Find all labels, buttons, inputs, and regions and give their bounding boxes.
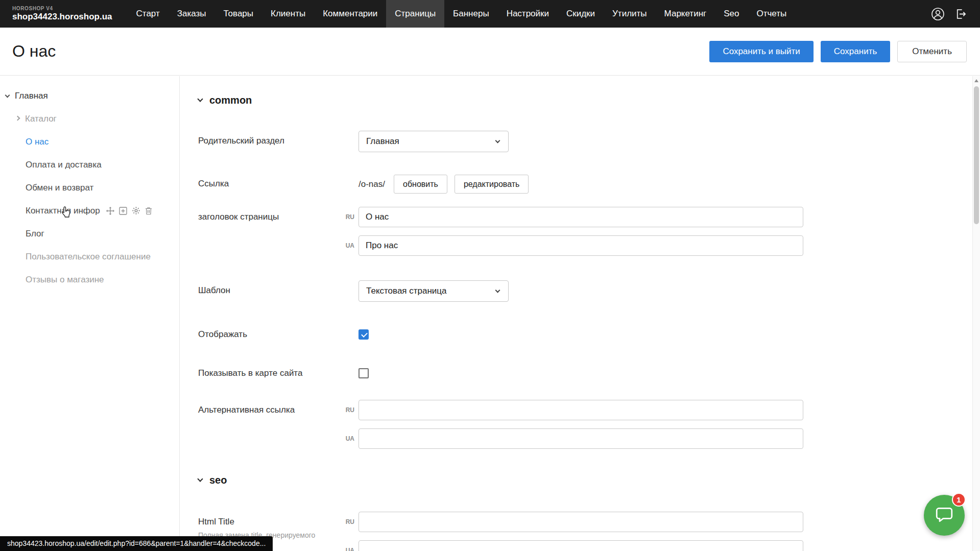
tree-item-label: Главная xyxy=(15,91,48,101)
tree-item-kontaktnaya-infor[interactable]: Контактная инфор xyxy=(0,199,179,222)
page-title-ru-input[interactable] xyxy=(358,207,803,227)
section-seo[interactable]: seo xyxy=(198,474,980,486)
section-common[interactable]: common xyxy=(198,94,980,106)
nav-item-products[interactable]: Товары xyxy=(215,0,262,28)
page-title: О нас xyxy=(12,42,56,61)
account-icon[interactable] xyxy=(931,7,945,21)
tree-item-label: Обмен и возврат xyxy=(26,183,93,193)
nav-item-marketing[interactable]: Маркетинг xyxy=(656,0,715,28)
nav-item-discounts[interactable]: Скидки xyxy=(558,0,604,28)
tree-item-katalog[interactable]: Каталог xyxy=(0,107,179,130)
logout-icon[interactable] xyxy=(954,8,967,20)
save-and-exit-button[interactable]: Сохранить и выйти xyxy=(709,41,813,62)
page-title-ua-row: UA xyxy=(339,235,803,256)
chevron-down-icon[interactable] xyxy=(197,96,203,102)
html-title-ua-row: UA xyxy=(339,540,803,551)
tree-item-glavnaya[interactable]: Главная xyxy=(0,84,179,107)
chat-unread-badge: 1 xyxy=(952,493,966,507)
alt-link-ru-row: RU xyxy=(339,400,803,420)
alt-link-ua-row: UA xyxy=(339,428,803,449)
tree-item-actions xyxy=(106,206,152,215)
html-title-inputs: RU UA xyxy=(339,512,803,551)
lang-ru-badge: RU xyxy=(339,213,354,221)
header-buttons: Сохранить и выйти Сохранить Отменить xyxy=(709,41,967,62)
nav-item-pages[interactable]: Страницы xyxy=(386,0,444,28)
parent-section-select[interactable]: Главная xyxy=(358,131,509,152)
tree-item-label: Оплата и доставка xyxy=(26,160,102,170)
chevron-right-icon[interactable] xyxy=(15,115,20,121)
parent-section-row: Родительский раздел Главная xyxy=(198,131,980,152)
nav-item-reports[interactable]: Отчеты xyxy=(748,0,795,28)
nav-item-seo[interactable]: Seo xyxy=(715,0,748,28)
template-label: Шаблон xyxy=(198,280,358,296)
display-label: Отображать xyxy=(198,324,358,340)
tree-item-label: О нас xyxy=(26,137,49,147)
lang-ua-badge: UA xyxy=(339,547,354,551)
nav-item-utilities[interactable]: Утилиты xyxy=(604,0,656,28)
nav-item-settings[interactable]: Настройки xyxy=(498,0,558,28)
nav-item-comments[interactable]: Комментарии xyxy=(314,0,386,28)
lang-ua-badge: UA xyxy=(339,435,354,442)
main-nav: Старт Заказы Товары Клиенты Комментарии … xyxy=(128,0,796,28)
page-body: Главная Каталог О нас Оплата и доставка … xyxy=(0,76,980,551)
page-title-inputs: RU UA xyxy=(339,207,803,256)
sitemap-row: Показывать в карте сайта xyxy=(198,363,980,378)
tree-item-otzyvy[interactable]: Отзывы о магазине xyxy=(0,268,179,291)
nav-item-orders[interactable]: Заказы xyxy=(169,0,215,28)
template-row: Шаблон Текстовая страница xyxy=(198,280,980,302)
link-label: Ссылка xyxy=(198,174,358,189)
tree-item-label: Контактная инфор xyxy=(26,206,100,216)
alt-link-inputs: RU UA xyxy=(339,400,803,449)
page-header: О нас Сохранить и выйти Сохранить Отмени… xyxy=(0,28,980,76)
html-title-row: Html Title Полная замена title, генериру… xyxy=(198,512,980,551)
tree-item-o-nas[interactable]: О нас xyxy=(0,130,179,153)
chevron-down-icon[interactable] xyxy=(5,92,10,98)
scrollbar-thumb[interactable] xyxy=(974,86,979,224)
sitemap-label: Показывать в карте сайта xyxy=(198,363,358,378)
gear-icon[interactable] xyxy=(132,206,140,215)
tree-item-label: Блог xyxy=(26,229,44,239)
topbar-right xyxy=(931,7,980,21)
html-title-ua-input[interactable] xyxy=(358,540,803,551)
link-row: Ссылка /o-nas/ обновить редактировать xyxy=(198,174,980,194)
move-icon[interactable] xyxy=(106,207,114,215)
add-page-icon[interactable] xyxy=(119,207,127,215)
alt-link-ru-input[interactable] xyxy=(358,400,803,420)
html-title-ru-input[interactable] xyxy=(358,512,803,532)
section-common-label: common xyxy=(209,94,252,106)
alt-link-row: Альтернативная ссылка RU UA xyxy=(198,400,980,449)
chevron-down-icon[interactable] xyxy=(197,476,203,482)
topbar: HOROSHOP V4 shop34423.horoshop.ua Старт … xyxy=(0,0,980,28)
alt-link-label: Альтернативная ссылка xyxy=(198,400,339,415)
tree-item-blog[interactable]: Блог xyxy=(0,222,179,245)
nav-item-clients[interactable]: Клиенты xyxy=(262,0,314,28)
vertical-scrollbar[interactable] xyxy=(972,76,980,551)
cancel-button[interactable]: Отменить xyxy=(897,41,967,62)
link-refresh-button[interactable]: обновить xyxy=(394,175,447,194)
link-edit-button[interactable]: редактировать xyxy=(455,175,529,194)
page-title-ua-input[interactable] xyxy=(358,235,803,256)
html-title-label-text: Html Title xyxy=(198,517,234,526)
chat-widget: 1 xyxy=(924,495,965,536)
nav-item-banners[interactable]: Баннеры xyxy=(444,0,498,28)
tree-item-polzovatelskoe[interactable]: Пользовательское соглашение xyxy=(0,245,179,268)
lang-ru-badge: RU xyxy=(339,406,354,414)
parent-section-label: Родительский раздел xyxy=(198,131,358,146)
trash-icon[interactable] xyxy=(145,207,152,215)
pages-tree-sidebar: Главная Каталог О нас Оплата и доставка … xyxy=(0,76,180,551)
scroll-up-arrow-icon[interactable] xyxy=(974,79,978,82)
tree-item-label: Отзывы о магазине xyxy=(26,275,104,285)
template-select[interactable]: Текстовая страница xyxy=(358,280,509,302)
tree-item-obmen-vozvrat[interactable]: Обмен и возврат xyxy=(0,176,179,199)
sitemap-checkbox[interactable] xyxy=(358,368,369,378)
save-button[interactable]: Сохранить xyxy=(821,41,890,62)
tree-item-oplata-dostavka[interactable]: Оплата и доставка xyxy=(0,153,179,176)
nav-item-start[interactable]: Старт xyxy=(128,0,169,28)
display-checkbox[interactable] xyxy=(358,329,369,340)
brand-version: HOROSHOP V4 xyxy=(12,6,112,12)
brand-logo[interactable]: HOROSHOP V4 shop34423.horoshop.ua xyxy=(0,6,128,21)
page-title-row: заголовок страницы RU UA xyxy=(198,207,980,256)
parent-section-value: Главная xyxy=(366,136,399,147)
template-value: Текстовая страница xyxy=(366,286,447,296)
alt-link-ua-input[interactable] xyxy=(358,428,803,449)
